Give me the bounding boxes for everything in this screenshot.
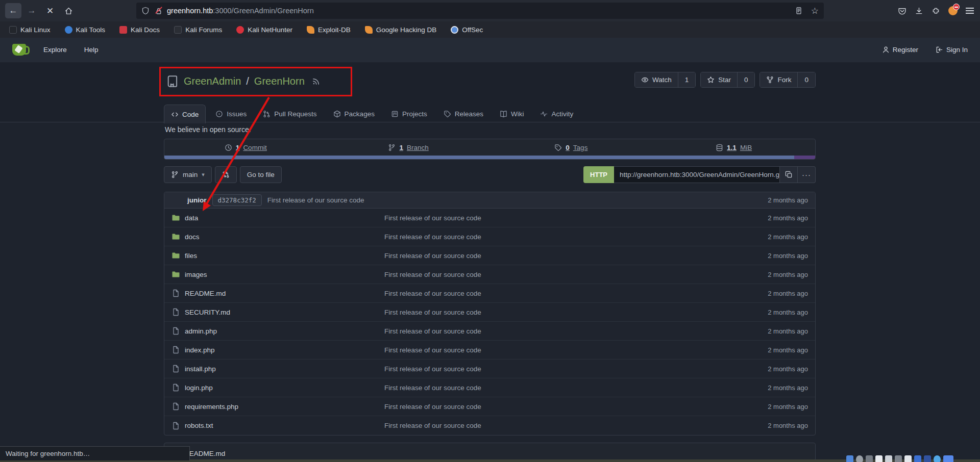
file-commit-message[interactable]: First release of our source code: [384, 309, 768, 316]
tab-releases[interactable]: Releases: [437, 105, 490, 123]
insecure-lock-icon[interactable]: [155, 6, 163, 15]
stat-size[interactable]: 1.1MiB: [652, 139, 815, 156]
tab-issues[interactable]: Issues: [209, 105, 253, 123]
tray-icon[interactable]: [934, 455, 941, 462]
star-button[interactable]: Star: [701, 72, 737, 87]
file-commit-message[interactable]: First release of our source code: [384, 214, 768, 222]
book-icon: [500, 110, 507, 118]
bookmark-google-hacking-db[interactable]: Google Hacking DB: [365, 26, 437, 34]
bookmark-kali-linux[interactable]: Kali Linux: [9, 26, 51, 34]
google-hacking-db-favicon: [365, 26, 373, 34]
tray-icon[interactable]: [846, 455, 853, 462]
extensions-icon[interactable]: [932, 7, 940, 15]
file-link[interactable]: files: [185, 252, 197, 260]
file-link[interactable]: images: [185, 271, 207, 278]
file-link[interactable]: install.php: [185, 365, 216, 373]
nav-register[interactable]: Register: [882, 46, 918, 54]
star-button-group: Star 0: [700, 72, 755, 88]
file-commit-message[interactable]: First release of our source code: [384, 233, 768, 241]
tray-icon[interactable]: [895, 455, 902, 462]
star-count[interactable]: 0: [737, 72, 755, 87]
file-row: install.phpFirst release of our source c…: [164, 360, 815, 378]
tab-code[interactable]: Code: [164, 105, 206, 123]
bookmark-star-icon[interactable]: ☆: [811, 6, 819, 16]
tray-icon[interactable]: [943, 455, 953, 462]
bookmark-offsec[interactable]: OffSec: [451, 26, 483, 34]
shield-icon[interactable]: [141, 7, 150, 15]
file-link[interactable]: requirements.php: [185, 403, 238, 410]
commit-hash-link[interactable]: d3278c32f2: [212, 194, 262, 206]
clone-protocol-button[interactable]: HTTP: [583, 166, 614, 183]
bookmark-kali-forums[interactable]: Kali Forums: [174, 26, 222, 34]
back-button[interactable]: ←: [5, 3, 21, 18]
url-bar[interactable]: greenhorn.htb:3000/GreenAdmin/GreenHorn …: [136, 3, 824, 19]
file-commit-message[interactable]: First release of our source code: [384, 403, 768, 410]
commit-author-link[interactable]: junior: [187, 196, 207, 204]
bookmark-kali-tools[interactable]: Kali Tools: [65, 26, 106, 34]
file-commit-message[interactable]: First release of our source code: [384, 422, 768, 429]
file-link[interactable]: index.php: [185, 346, 215, 354]
file-commit-message[interactable]: First release of our source code: [384, 271, 768, 278]
forward-button[interactable]: →: [23, 3, 40, 18]
tab-projects[interactable]: Projects: [384, 105, 434, 123]
eye-icon: [641, 76, 649, 84]
kali-forums-favicon: [174, 26, 182, 34]
clone-url-input[interactable]: http://greenhorn.htb:3000/GreenAdmin/Gre…: [614, 166, 780, 183]
tray-icon[interactable]: [866, 455, 873, 462]
file-icon: [172, 327, 180, 335]
file-link[interactable]: admin.php: [185, 327, 217, 335]
stat-branches[interactable]: 1Branch: [327, 139, 490, 156]
branch-selector[interactable]: main ▾: [164, 166, 212, 183]
file-commit-message[interactable]: First release of our source code: [384, 290, 768, 297]
tab-pull-requests[interactable]: Pull Requests: [256, 105, 323, 123]
file-link[interactable]: SECURITY.md: [185, 309, 230, 316]
commit-message-link[interactable]: First release of our source code: [267, 196, 364, 204]
pull-request-icon: [263, 110, 271, 118]
reader-view-icon[interactable]: [795, 7, 803, 15]
file-commit-message[interactable]: First release of our source code: [384, 346, 768, 354]
tray-icon[interactable]: [856, 455, 863, 462]
nav-help[interactable]: Help: [84, 46, 99, 54]
tray-icon[interactable]: [914, 455, 921, 462]
file-commit-message[interactable]: First release of our source code: [384, 327, 768, 335]
pocket-icon[interactable]: [898, 7, 906, 15]
bookmark-exploit-db[interactable]: Exploit-DB: [307, 26, 351, 34]
nav-sign-in[interactable]: Sign In: [936, 46, 968, 54]
tray-icon[interactable]: [904, 455, 912, 462]
compare-button[interactable]: [215, 166, 237, 183]
home-button[interactable]: [60, 3, 77, 18]
stat-commits[interactable]: 1Commit: [164, 139, 327, 156]
file-commit-message[interactable]: First release of our source code: [384, 252, 768, 260]
file-link[interactable]: README.md: [185, 290, 226, 297]
stop-button[interactable]: ✕: [42, 3, 58, 18]
tab-wiki[interactable]: Wiki: [493, 105, 531, 123]
watch-count[interactable]: 1: [678, 72, 696, 87]
fork-count[interactable]: 0: [797, 72, 815, 87]
go-to-file-button[interactable]: Go to file: [240, 166, 282, 183]
bookmark-kali-nethunter[interactable]: Kali NetHunter: [236, 26, 292, 34]
language-bar[interactable]: [164, 156, 815, 160]
file-link[interactable]: login.php: [185, 384, 213, 392]
folder-icon: [172, 233, 180, 241]
watch-button[interactable]: Watch: [635, 72, 678, 87]
file-link[interactable]: data: [185, 214, 198, 222]
downloads-icon[interactable]: [915, 7, 923, 15]
file-commit-message[interactable]: First release of our source code: [384, 365, 768, 373]
tray-icon[interactable]: [875, 455, 883, 462]
copy-url-button[interactable]: [780, 166, 798, 183]
stat-tags[interactable]: 0Tags: [490, 139, 653, 156]
proxy-extension-icon[interactable]: [948, 6, 958, 15]
nav-explore[interactable]: Explore: [43, 46, 67, 54]
file-commit-message[interactable]: First release of our source code: [384, 384, 768, 392]
tray-icon[interactable]: [885, 455, 892, 462]
tab-packages[interactable]: Packages: [327, 105, 381, 123]
clone-more-button[interactable]: ···: [798, 166, 816, 183]
menu-icon[interactable]: [966, 8, 974, 14]
file-link[interactable]: robots.txt: [185, 422, 213, 429]
gitea-logo-icon[interactable]: [12, 44, 26, 56]
bookmark-kali-docs[interactable]: Kali Docs: [119, 26, 160, 34]
tab-activity[interactable]: Activity: [533, 105, 580, 123]
fork-button[interactable]: Fork: [760, 72, 797, 87]
file-link[interactable]: docs: [185, 233, 200, 241]
tray-icon[interactable]: [924, 455, 931, 462]
